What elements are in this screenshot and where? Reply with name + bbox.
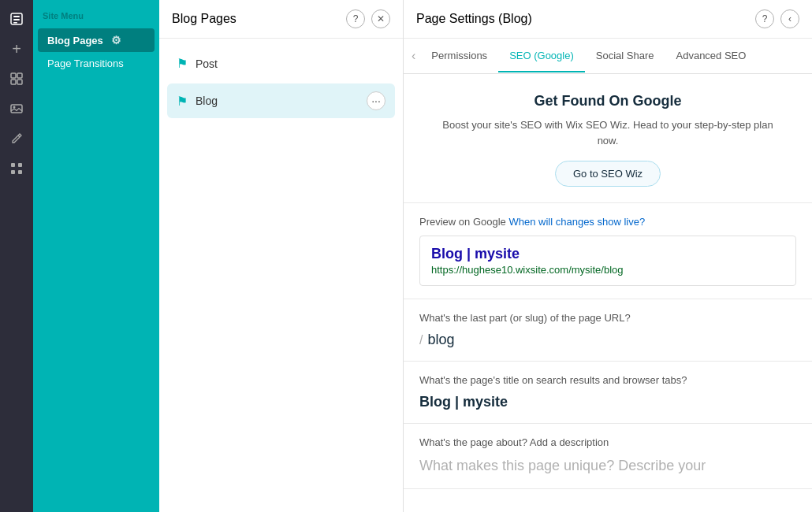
grid-icon[interactable] [4,66,29,91]
sidebar-item-blog-pages[interactable]: Blog Pages ⚙ [38,28,155,52]
sidebar-item-label: Blog Pages [47,35,103,46]
chevron-left-icon: ‹ [412,49,415,63]
close-icon: ✕ [377,13,385,24]
page-icon: ⚑ [177,56,188,71]
svg-rect-8 [11,105,22,113]
page-item-post[interactable]: ⚑ Post [167,48,395,79]
page-icon: ⚑ [177,94,188,109]
apps-icon[interactable] [4,156,29,181]
url-slug-row: / blog [419,332,796,348]
blog-panel: Blog Pages ? ✕ ⚑ Post ⚑ Blog ··· [159,0,404,512]
svg-rect-1 [13,16,20,17]
settings-title: Page Settings (Blog) [416,12,532,26]
settings-header-actions: ? ‹ [755,9,799,28]
panel-header-actions: ? ✕ [346,9,390,28]
settings-header: Page Settings (Blog) ? ‹ [404,0,812,39]
seo-hero-title: Get Found On Google [435,93,780,109]
slug-label: What's the last part (or slug) of the pa… [419,312,796,324]
tabs-prev-button[interactable]: ‹ [407,39,420,73]
sidebar: Site Menu Blog Pages ⚙ Page Transitions [33,0,159,512]
svg-rect-7 [17,80,22,84]
svg-rect-12 [11,170,15,174]
tab-social-share[interactable]: Social Share [585,40,665,72]
google-preview-box: Blog | mysite https://hughese10.wixsite.… [419,236,796,286]
go-to-seo-wiz-button[interactable]: Go to SEO Wiz [555,161,661,187]
blog-panel-header: Blog Pages ? ✕ [159,0,403,39]
help-icon: ? [762,13,768,24]
chevron-left-icon: ‹ [788,13,792,24]
page-title-value[interactable]: Blog | mysite [419,394,796,410]
svg-rect-2 [13,19,20,20]
page-item-label: Blog [196,95,218,107]
url-slug-value[interactable]: blog [427,332,454,348]
pages-list: ⚑ Post ⚑ Blog ··· [159,39,403,128]
url-slug-section: What's the last part (or slug) of the pa… [404,299,812,362]
settings-panel: Page Settings (Blog) ? ‹ ‹ Permissions S… [404,0,812,512]
blog-panel-title: Blog Pages [172,12,237,26]
help-icon: ? [353,13,359,24]
pen-icon[interactable] [4,126,29,151]
svg-rect-10 [11,163,15,167]
sidebar-item-page-transitions[interactable]: Page Transitions [38,52,155,75]
url-slash: / [419,333,423,347]
page-item-blog[interactable]: ⚑ Blog ··· [167,83,395,118]
page-title-label: What's the page's title on search result… [419,374,796,386]
description-placeholder[interactable]: What makes this page unique? Describe yo… [419,456,796,476]
pages-icon[interactable] [4,6,29,32]
sidebar-item-label: Page Transitions [47,58,124,69]
ellipsis-icon: ··· [371,95,381,107]
seo-hero-desc: Boost your site's SEO with Wix SEO Wiz. … [435,117,780,148]
page-more-button[interactable]: ··· [367,91,386,110]
tab-permissions[interactable]: Permissions [420,40,498,72]
media-icon[interactable] [4,96,29,121]
gear-icon[interactable]: ⚙ [111,34,121,46]
page-title-section: What's the page's title on search result… [404,362,812,424]
svg-point-9 [13,106,16,109]
settings-content[interactable]: Get Found On Google Boost your site's SE… [404,74,812,512]
seo-hero: Get Found On Google Boost your site's SE… [404,74,812,203]
google-preview-title: Blog | mysite [431,246,784,262]
tab-advanced-seo[interactable]: Advanced SEO [665,40,758,72]
blog-panel-help-button[interactable]: ? [346,9,365,28]
google-preview-section: Preview on Google When will changes show… [404,203,812,299]
site-menu-label: Site Menu [33,6,159,28]
preview-label: Preview on Google When will changes show… [419,216,796,228]
description-section: What's the page about? Add a description… [404,424,812,489]
tabs-row: ‹ Permissions SEO (Google) Social Share … [404,39,812,74]
settings-back-button[interactable]: ‹ [780,9,799,28]
svg-rect-13 [18,170,22,174]
svg-rect-11 [18,163,22,167]
description-label: What's the page about? Add a description [419,436,796,448]
svg-rect-3 [13,22,17,24]
when-changes-show-link[interactable]: When will changes show live? [508,216,645,228]
tab-seo-google[interactable]: SEO (Google) [498,40,585,72]
settings-help-button[interactable]: ? [755,9,774,28]
svg-rect-5 [17,73,22,78]
left-toolbar: + [0,0,33,512]
page-item-label: Post [196,58,218,70]
add-icon[interactable]: + [4,36,29,61]
blog-panel-close-button[interactable]: ✕ [371,9,390,28]
google-preview-url: https://hughese10.wixsite.com/mysite/blo… [431,264,784,276]
svg-rect-6 [11,80,16,84]
svg-rect-4 [11,73,16,78]
